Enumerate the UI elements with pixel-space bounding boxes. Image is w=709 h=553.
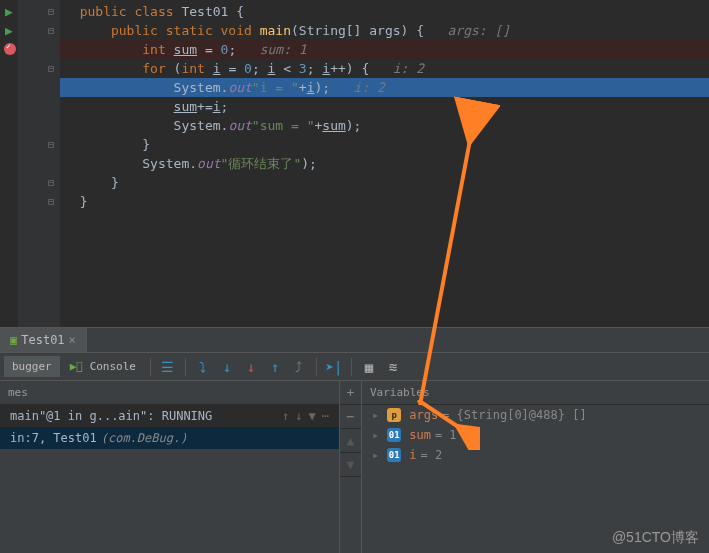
step-over-icon[interactable]: ⤵: [192, 356, 214, 378]
code-line-execution-point: System.out"i = "+i); i: 2: [60, 78, 709, 97]
code-editor: ▶ ▶ ✓ ⊟ ⊟ ⊟ ⊟ ⊟ ⊟ public class Test01 { …: [0, 0, 709, 327]
watermark: @51CTO博客: [612, 529, 699, 547]
remove-watch-icon[interactable]: −: [340, 405, 361, 429]
watch-sidebar: + − ▲ ▼: [340, 381, 362, 553]
filter-icon[interactable]: ▼: [309, 409, 316, 423]
down-icon[interactable]: ▼: [340, 453, 361, 477]
more-icon[interactable]: ⋯: [322, 409, 329, 423]
debugger-panels: mes main"@1 in g...ain": RUNNING ↑ ↓ ▼ ⋯…: [0, 381, 709, 553]
variables-panel: Variables ▸pargs = {String[0]@488} []▸01…: [362, 381, 709, 553]
frames-panel: mes main"@1 in g...ain": RUNNING ↑ ↓ ▼ ⋯…: [0, 381, 340, 553]
code-line: }: [60, 173, 709, 192]
breakpoint-icon[interactable]: ✓: [0, 40, 18, 59]
fold-icon[interactable]: ⊟: [18, 135, 60, 154]
variable-row[interactable]: ▸01sum = 1: [362, 425, 709, 445]
fold-icon[interactable]: ⊟: [18, 173, 60, 192]
code-area[interactable]: public class Test01 { public static void…: [60, 0, 709, 327]
thread-row[interactable]: main"@1 in g...ain": RUNNING ↑ ↓ ▼ ⋯: [0, 405, 339, 427]
code-line: System.out"sum = "+sum);: [60, 116, 709, 135]
next-frame-icon[interactable]: ↓: [295, 409, 302, 423]
tab-console[interactable]: ▶⃞ Console: [62, 356, 144, 377]
variable-row[interactable]: ▸pargs = {String[0]@488} []: [362, 405, 709, 425]
code-line: sum+=i;: [60, 97, 709, 116]
variables-header: Variables: [362, 381, 709, 405]
code-line: public static void main(String[] args) {…: [60, 21, 709, 40]
variable-row[interactable]: ▸01i = 2: [362, 445, 709, 465]
debugger-toolbar: bugger ▶⃞ Console ☰ ⤵ ↓ ↓ ↑ ⤴ ➤| ▦ ≋: [0, 353, 709, 381]
run-gutter: ▶ ▶ ✓: [0, 0, 18, 327]
debug-tool-window-header: ▣Test01×: [0, 327, 709, 353]
code-line: }: [60, 135, 709, 154]
trace-icon[interactable]: ≋: [382, 356, 404, 378]
tab-debugger[interactable]: bugger: [4, 356, 60, 377]
code-line: public class Test01 {: [60, 2, 709, 21]
code-line: }: [60, 192, 709, 211]
code-line: for (int i = 0; i < 3; i++) { i: 2: [60, 59, 709, 78]
prev-frame-icon[interactable]: ↑: [282, 409, 289, 423]
step-out-icon[interactable]: ↑: [264, 356, 286, 378]
run-icon[interactable]: ▶: [0, 2, 18, 21]
frames-header: mes: [0, 381, 339, 405]
debug-session-tab[interactable]: ▣Test01×: [0, 328, 87, 352]
fold-icon[interactable]: ⊟: [18, 192, 60, 211]
code-line: System.out"循环结束了");: [60, 154, 709, 173]
fold-icon[interactable]: ⊟: [18, 2, 60, 21]
fold-icon[interactable]: ⊟: [18, 59, 60, 78]
drop-frame-icon[interactable]: ⤴: [288, 356, 310, 378]
add-watch-icon[interactable]: +: [340, 381, 361, 405]
force-step-into-icon[interactable]: ↓: [240, 356, 262, 378]
stack-frame-row[interactable]: in:7, Test01 (com.DeBug.): [0, 427, 339, 449]
line-number-gutter: ⊟ ⊟ ⊟ ⊟ ⊟ ⊟: [18, 0, 60, 327]
threads-icon[interactable]: ☰: [157, 356, 179, 378]
fold-icon[interactable]: ⊟: [18, 21, 60, 40]
up-icon[interactable]: ▲: [340, 429, 361, 453]
code-line-breakpoint: int sum = 0; sum: 1: [60, 40, 709, 59]
run-icon[interactable]: ▶: [0, 21, 18, 40]
evaluate-expression-icon[interactable]: ▦: [358, 356, 380, 378]
run-to-cursor-icon[interactable]: ➤|: [323, 356, 345, 378]
step-into-icon[interactable]: ↓: [216, 356, 238, 378]
